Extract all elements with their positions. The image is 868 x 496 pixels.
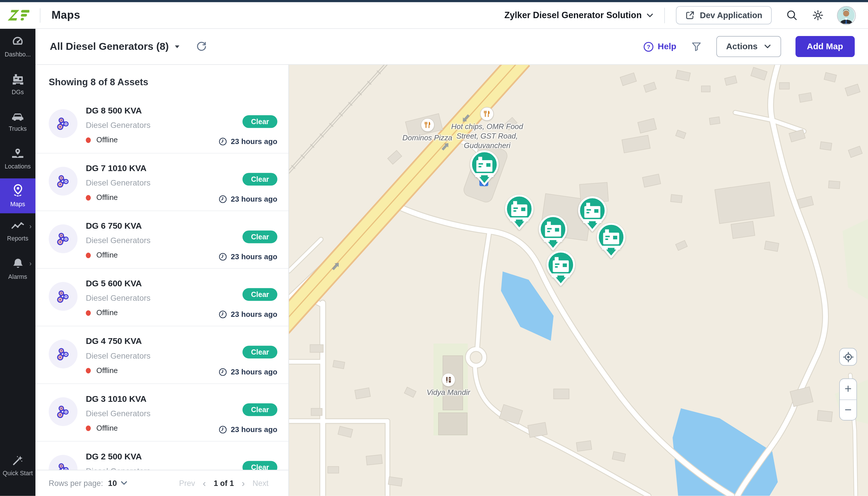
- rows-per-page-value: 10: [108, 479, 117, 487]
- school-icon: [445, 376, 452, 383]
- alarm-status-badge: Clear: [243, 230, 277, 243]
- asset-status: Offline: [96, 424, 118, 432]
- asset-name: DG 5 600 KVA: [86, 279, 219, 289]
- asset-name: DG 4 750 KVA: [86, 337, 219, 346]
- asset-filter-dropdown[interactable]: All Diesel Generators (8): [50, 40, 179, 52]
- asset-list-item[interactable]: DG 7 1010 KVA Diesel Generators Offline …: [35, 154, 288, 211]
- restaurant-icon: [424, 121, 431, 128]
- alarm-status-badge: Clear: [243, 403, 277, 416]
- dev-application-button[interactable]: Dev Application: [676, 6, 772, 24]
- map-zoom-controls: + −: [839, 378, 857, 420]
- generator-map-pin[interactable]: [537, 215, 569, 250]
- asset-list-item[interactable]: DG 4 750 KVA Diesel Generators Offline C…: [35, 326, 288, 384]
- asset-list-item[interactable]: DG 5 600 KVA Diesel Generators Offline C…: [35, 269, 288, 326]
- sidebar-item-label: DGs: [12, 89, 23, 96]
- generator-map-pin[interactable]: [596, 223, 627, 258]
- asset-name: DG 7 1010 KVA: [86, 163, 219, 173]
- browser-top-strip: [0, 0, 868, 2]
- sidebar-item-reports[interactable]: › Reports: [0, 221, 35, 242]
- asset-last-seen: 23 hours ago: [231, 425, 277, 434]
- engine-icon: [54, 172, 73, 190]
- offline-status-dot: [86, 310, 91, 315]
- generator-icon: [11, 73, 24, 85]
- asset-list: DG 8 500 KVA Diesel Generators Offline C…: [35, 96, 288, 496]
- map-viewport[interactable]: Dominos Pizza: [289, 65, 868, 496]
- sidebar-item-label: Alarms: [9, 273, 27, 280]
- asset-avatar: [49, 224, 77, 253]
- sidebar-item-label: Trucks: [9, 125, 27, 133]
- asset-avatar: [49, 282, 77, 311]
- sidebar-item-quick-start[interactable]: Quick Start: [0, 454, 35, 477]
- offline-status-dot: [86, 252, 91, 258]
- header-divider: [40, 8, 40, 22]
- locate-me-button[interactable]: [839, 348, 857, 366]
- filter-icon[interactable]: [691, 41, 702, 52]
- poi-icon: [441, 373, 455, 387]
- pagination-bar: Rows per page: 10 Prev ‹ 1 of 1 › Next: [35, 470, 289, 496]
- prev-page-arrow-icon[interactable]: ‹: [203, 478, 206, 488]
- asset-avatar: [49, 167, 77, 196]
- next-page-button[interactable]: Next: [253, 479, 269, 487]
- rows-per-page-label: Rows per page:: [49, 479, 103, 487]
- zoom-in-button[interactable]: +: [840, 379, 856, 399]
- chevron-right-icon: ›: [29, 223, 32, 230]
- app-name-label: Zylker Diesel Generator Solution: [504, 10, 642, 20]
- zoom-out-button[interactable]: −: [840, 400, 856, 420]
- help-button[interactable]: ? Help: [643, 41, 676, 52]
- locate-icon: [843, 352, 854, 362]
- prev-page-button[interactable]: Prev: [179, 479, 195, 487]
- asset-list-item[interactable]: DG 3 1010 KVA Diesel Generators Offline …: [35, 384, 288, 441]
- clock-icon: [219, 137, 227, 146]
- generator-map-pin[interactable]: [504, 195, 535, 230]
- refresh-icon[interactable]: [196, 41, 207, 52]
- sidebar-nav: Dashbo... DGs Trucks: [0, 29, 35, 496]
- locations-icon: [11, 148, 24, 159]
- offline-status-dot: [86, 195, 91, 200]
- chevron-right-icon: ›: [29, 260, 32, 267]
- engine-icon: [54, 402, 73, 421]
- next-page-arrow-icon[interactable]: ›: [242, 478, 245, 488]
- clock-icon: [219, 253, 227, 261]
- generator-map-pin[interactable]: [469, 150, 500, 186]
- actions-button[interactable]: Actions: [716, 36, 781, 57]
- page-indicator: 1 of 1: [213, 479, 234, 487]
- sidebar-item-label: Reports: [7, 235, 28, 242]
- help-icon: ?: [643, 41, 654, 52]
- actions-label: Actions: [726, 42, 757, 51]
- asset-name: DG 6 750 KVA: [86, 221, 219, 231]
- chevron-down-icon: [764, 44, 771, 49]
- asset-last-seen: 23 hours ago: [231, 253, 277, 261]
- poi-text: Dominos Pizza: [402, 134, 452, 143]
- sidebar-item-label: Maps: [10, 200, 25, 208]
- brand-logo[interactable]: [0, 8, 35, 23]
- generator-map-pin[interactable]: [545, 250, 577, 286]
- sidebar-item-locations[interactable]: Locations: [0, 148, 35, 170]
- engine-icon: [54, 114, 73, 133]
- offline-status-dot: [86, 137, 91, 143]
- asset-list-panel: Showing 8 of 8 Assets: [35, 65, 289, 496]
- user-avatar[interactable]: [837, 6, 856, 25]
- sidebar-item-label: Dashbo...: [5, 51, 31, 58]
- clock-icon: [219, 195, 227, 203]
- asset-category: Diesel Generators: [86, 294, 219, 303]
- asset-list-item[interactable]: DG 8 500 KVA Diesel Generators Offline C…: [35, 96, 288, 154]
- alarms-icon: [12, 258, 23, 269]
- app-switcher[interactable]: Zylker Diesel Generator Solution: [504, 10, 654, 20]
- map-poi-label: Hot chips, OMR Food Street, GST Road, Gu…: [451, 107, 523, 150]
- sidebar-item-dashboard[interactable]: Dashbo...: [0, 35, 35, 58]
- clock-icon: [219, 310, 227, 319]
- add-map-button[interactable]: Add Map: [795, 36, 855, 57]
- sidebar-item-maps[interactable]: Maps: [0, 178, 35, 214]
- search-icon[interactable]: [786, 10, 798, 21]
- reports-icon: [11, 221, 24, 232]
- alarm-status-badge: Clear: [243, 346, 277, 358]
- rows-per-page-select[interactable]: 10: [108, 479, 128, 487]
- sidebar-item-dgs[interactable]: DGs: [0, 73, 35, 96]
- asset-status: Offline: [96, 366, 118, 374]
- sidebar-item-trucks[interactable]: Trucks: [0, 110, 35, 133]
- asset-list-item[interactable]: DG 6 750 KVA Diesel Generators Offline C…: [35, 211, 288, 269]
- asset-last-seen: 23 hours ago: [231, 195, 277, 203]
- sidebar-item-alarms[interactable]: › Alarms: [0, 258, 35, 280]
- engine-icon: [54, 229, 73, 248]
- gear-icon[interactable]: [812, 10, 824, 21]
